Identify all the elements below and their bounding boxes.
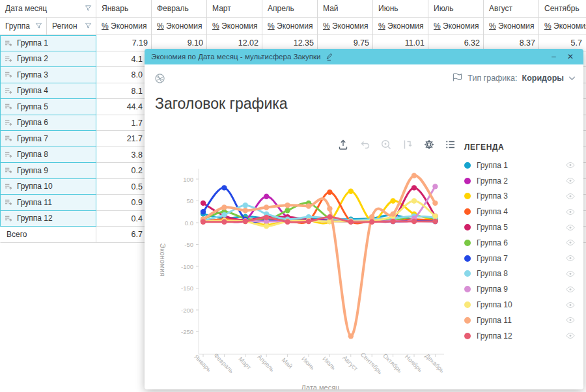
- settings-icon[interactable]: [423, 138, 436, 152]
- group-label: Группа 10: [17, 182, 53, 191]
- percent-symbol: %: [212, 21, 219, 31]
- legend-item[interactable]: Группа 3: [464, 189, 575, 204]
- region-header-label: Регион: [52, 21, 77, 31]
- legend-title: ЛЕГЕНДА: [464, 143, 504, 152]
- legend-color-dot: [464, 317, 471, 324]
- group-cell[interactable]: Группа 3: [0, 67, 96, 83]
- legend-item[interactable]: Группа 8: [464, 266, 575, 282]
- group-label: Группа 8: [17, 150, 48, 159]
- visibility-eye-icon[interactable]: [566, 255, 575, 261]
- group-cell[interactable]: Группа 8: [0, 147, 96, 163]
- legend-item[interactable]: Группа 2: [464, 173, 575, 189]
- visibility-eye-icon[interactable]: [566, 240, 575, 245]
- visibility-eye-icon[interactable]: [566, 287, 575, 292]
- group-cell[interactable]: Группа 2: [0, 51, 96, 68]
- legend-label: Группа 6: [477, 238, 560, 247]
- legend-item[interactable]: Группа 12: [464, 328, 575, 344]
- group-cell[interactable]: Группа 1: [0, 35, 96, 51]
- drill-icon: [5, 71, 13, 78]
- group-column-header: Группа: [0, 18, 47, 35]
- visibility-eye-icon[interactable]: [566, 178, 575, 184]
- legend-item[interactable]: Группа 10: [464, 297, 575, 313]
- chart-type-dropdown[interactable]: Тип графика: Коридоры: [452, 72, 576, 84]
- svg-text:0.0: 0.0: [185, 219, 193, 227]
- group-cell[interactable]: Группа 10: [0, 179, 96, 195]
- svg-text:Экономия: Экономия: [159, 244, 167, 277]
- edit-title-icon[interactable]: [325, 53, 333, 61]
- filter-icon[interactable]: [35, 22, 42, 29]
- region-column-header: Регион: [47, 18, 96, 35]
- percent-symbol: %: [157, 21, 164, 31]
- group-cell[interactable]: Группа 12: [0, 211, 96, 227]
- measures-header-row: Группа Регион % Экономия% Экономия% Экон…: [0, 18, 586, 35]
- legend-item[interactable]: Группа 9: [464, 281, 575, 297]
- close-button[interactable]: ✕: [564, 49, 577, 64]
- measure-label: Экономия: [164, 21, 202, 31]
- svg-text:100: 100: [183, 176, 193, 183]
- legend-color-dot: [464, 270, 471, 277]
- drill-icon: [5, 215, 13, 222]
- chart-toolbar: [337, 138, 458, 152]
- drill-icon: [5, 151, 13, 158]
- undo-icon[interactable]: [358, 138, 372, 152]
- filter-icon[interactable]: [85, 5, 92, 12]
- measure-header: % Экономия: [484, 18, 539, 35]
- visibility-eye-icon[interactable]: [566, 271, 575, 277]
- visibility-eye-icon[interactable]: [566, 162, 575, 168]
- value-cell: 1.7: [96, 115, 152, 132]
- measure-header: % Экономия: [96, 18, 152, 35]
- legend-item[interactable]: Группа 1: [464, 158, 575, 173]
- value-cell: 21.7: [96, 131, 152, 147]
- legend-color-dot: [464, 333, 471, 339]
- dialog-titlebar[interactable]: Экономия по Дата месяц - мультисфера Зак…: [145, 49, 583, 64]
- legend-item[interactable]: Группа 6: [464, 235, 575, 251]
- export-icon[interactable]: [337, 138, 350, 152]
- svg-text:Январь: Январь: [193, 353, 213, 373]
- legend-color-dot: [464, 178, 471, 184]
- flow-icon[interactable]: [401, 138, 415, 152]
- group-cell[interactable]: Группа 9: [0, 163, 96, 179]
- legend-item[interactable]: Группа 11: [464, 313, 575, 328]
- minimize-button[interactable]: –: [548, 49, 559, 64]
- visibility-eye-icon[interactable]: [566, 333, 575, 339]
- group-label: Группа 12: [17, 214, 53, 223]
- group-cell[interactable]: Группа 4: [0, 83, 96, 100]
- chart-dialog: Экономия по Дата месяц - мультисфера Зак…: [145, 49, 583, 389]
- legend-label: Группа 8: [477, 269, 560, 278]
- legend-color-dot: [464, 301, 471, 308]
- legend-label: Группа 4: [477, 207, 560, 216]
- drill-icon: [5, 167, 13, 174]
- visibility-eye-icon[interactable]: [566, 225, 575, 231]
- group-cell[interactable]: Группа 7: [0, 131, 96, 147]
- value-cell: 0.4: [96, 211, 152, 227]
- chart-title: Заголовок графика: [155, 95, 288, 113]
- drill-icon: [5, 87, 13, 94]
- filter-icon[interactable]: [85, 22, 92, 29]
- zoom-in-icon[interactable]: [380, 138, 393, 152]
- visibility-eye-icon[interactable]: [566, 209, 575, 215]
- drill-icon: [5, 40, 13, 47]
- legend-item[interactable]: Группа 5: [464, 219, 575, 235]
- group-cell[interactable]: Группа 5: [0, 99, 96, 115]
- visibility-eye-icon[interactable]: [566, 317, 575, 323]
- svg-text:Март: Март: [237, 356, 253, 371]
- visibility-eye-icon[interactable]: [566, 302, 575, 308]
- measure-header: % Экономия: [373, 18, 428, 35]
- visibility-eye-icon[interactable]: [566, 193, 575, 199]
- legend-list-icon[interactable]: [444, 138, 458, 152]
- month-header: Январь: [96, 0, 152, 18]
- group-label: Всего: [7, 230, 27, 239]
- value-cell: 0.9: [96, 195, 152, 211]
- month-header: Май: [318, 0, 373, 18]
- total-cell: Всего: [0, 227, 96, 243]
- value-cell: 4.1: [96, 51, 152, 68]
- group-cell[interactable]: Группа 11: [0, 195, 96, 211]
- measure-header: % Экономия: [539, 18, 586, 35]
- percent-symbol: %: [489, 21, 496, 31]
- legend-item[interactable]: Группа 4: [464, 204, 575, 219]
- legend-color-dot: [464, 193, 471, 199]
- value-cell: 8.1: [96, 83, 152, 100]
- month-header: Август: [484, 0, 539, 18]
- legend-item[interactable]: Группа 7: [464, 251, 575, 266]
- group-cell[interactable]: Группа 6: [0, 115, 96, 132]
